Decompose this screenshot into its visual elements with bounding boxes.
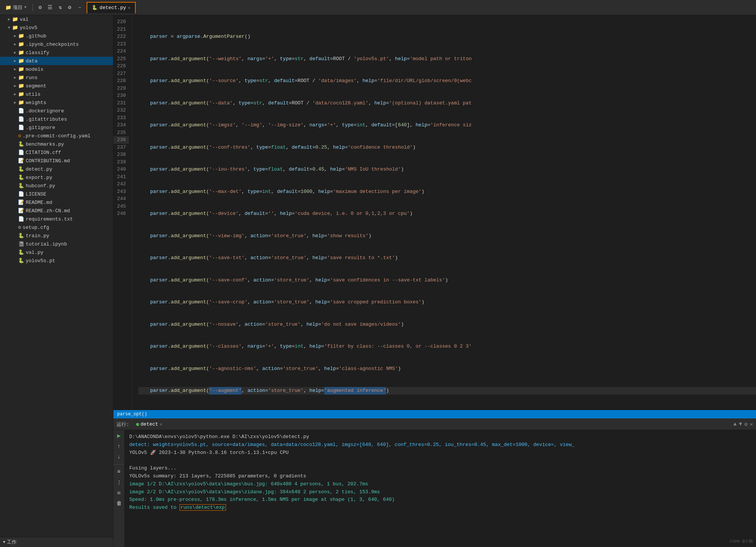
- folder-icon: 📁: [5, 5, 11, 11]
- expand-arrow: ▶: [6, 17, 12, 22]
- tab-close-button[interactable]: ✕: [128, 5, 131, 10]
- list-icon[interactable]: ⋮: [115, 478, 123, 486]
- trash-icon[interactable]: 🗑: [115, 499, 123, 508]
- tree-item-gitattributes[interactable]: ▶ 📄 .gitattributes: [0, 115, 113, 123]
- code-line-228: parser.add_argument('--device', default=…: [138, 210, 756, 218]
- expand-arrow: ▶: [12, 50, 18, 55]
- tree-item-weights[interactable]: ▶ 📁 weights: [0, 98, 113, 107]
- tree-item-readme[interactable]: ▶ 📝 README.md: [0, 198, 113, 207]
- model-file-icon: 🐍: [18, 258, 24, 264]
- tree-item-val-py[interactable]: ▶ 🐍 val.py: [0, 248, 113, 256]
- terminal-close-button[interactable]: ✕: [160, 422, 163, 427]
- expand-arrow: ▶: [12, 100, 18, 105]
- tree-item-utils[interactable]: ▶ 📁 utils: [0, 90, 113, 98]
- file-icon: 📄: [18, 116, 24, 122]
- terminal-body: ▶ ↑ ↓ ≡ ⋮ ⊡ 🗑 D:\ANACONDA\envs\yolov5\py…: [113, 430, 756, 547]
- tree-item-citation[interactable]: ▶ 📄 CITATION.cff: [0, 148, 113, 157]
- terminal-line-4: Fusing layers...: [129, 465, 751, 472]
- tree-item-models[interactable]: ▶ 📁 models: [0, 65, 113, 73]
- editor-status-bar: parse_opt(): [113, 410, 756, 418]
- tab-detect-py[interactable]: 🐍 detect.py ✕: [87, 2, 136, 13]
- terminal-scroll-up-icon[interactable]: ▲: [733, 421, 736, 427]
- folder-icon: 📁: [18, 75, 24, 81]
- settings-icon[interactable]: ⚙: [37, 3, 43, 12]
- terminal-scroll-down-icon[interactable]: ▼: [739, 421, 742, 427]
- run-label: 运行:: [116, 421, 129, 428]
- terminal-settings-icon[interactable]: ⚙: [744, 421, 747, 427]
- tree-item-license[interactable]: ▶ 📄 LICENSE: [0, 190, 113, 198]
- code-line-223: parser.add_argument('--data', type=str, …: [138, 99, 756, 107]
- code-line-227: parser.add_argument('--max-det', type=in…: [138, 188, 756, 196]
- separator: [113, 464, 124, 465]
- code-line-232: parser.add_argument('--save-crop', actio…: [138, 298, 756, 306]
- expand-arrow: ▶: [12, 67, 18, 71]
- scroll-down-button[interactable]: ↓: [115, 453, 123, 461]
- tree-item-setup[interactable]: ▶ ⚙ setup.cfg: [0, 223, 113, 232]
- minus-icon[interactable]: －: [75, 3, 84, 12]
- gear-icon[interactable]: ⚙: [66, 3, 73, 12]
- folder-icon: 📁: [18, 91, 24, 97]
- tree-item-ipynb-checkpoints[interactable]: ▶ 📁 .ipynb_checkpoints: [0, 40, 113, 48]
- code-line-236: parser.add_argument('--augment', action=…: [138, 387, 756, 395]
- current-function: parse_opt(): [117, 412, 147, 417]
- folder-icon: 📁: [12, 25, 18, 31]
- folder-icon: 📁: [18, 66, 24, 72]
- main-layout: ▶ 📁 val ▼ 📁 yolov5 ▶ 📁 .github ▶ 📁 .ipyn…: [0, 15, 756, 547]
- tree-item-data[interactable]: ▶ 📁 data: [0, 57, 113, 65]
- tree-item-detect-py[interactable]: ▶ 🐍 detect.py: [0, 165, 113, 173]
- project-selector[interactable]: 📁 项目 ▼: [3, 4, 29, 11]
- tree-item-export[interactable]: ▶ 🐍 export.py: [0, 173, 113, 182]
- top-toolbar: 📁 项目 ▼ ⚙ ☰ ⇅ ⚙ － 🐍 detect.py ✕: [0, 0, 756, 15]
- notebook-file-icon: 📓: [18, 241, 24, 247]
- tree-item-runs[interactable]: ▶ 📁 runs: [0, 73, 113, 82]
- expand-arrow: ▼: [6, 26, 12, 30]
- workbench-label: 工作: [7, 539, 17, 545]
- clear-icon[interactable]: ⊡: [115, 489, 123, 497]
- file-icon: 📄: [18, 108, 24, 114]
- sort-icon[interactable]: ⇅: [57, 3, 64, 12]
- tree-item-tutorial[interactable]: ▶ 📓 tutorial.ipynb: [0, 240, 113, 248]
- folder-icon: 📁: [18, 58, 24, 64]
- tree-item-val[interactable]: ▶ 📁 val: [0, 15, 113, 23]
- tree-item-readme-cn[interactable]: ▶ 📝 README.zh-CN.md: [0, 207, 113, 215]
- tree-item-dockerignore[interactable]: ▶ 📄 .dockerignore: [0, 107, 113, 115]
- terminal-left-icons: ▶ ↑ ↓ ≡ ⋮ ⊡ 🗑: [113, 430, 125, 547]
- file-icon: 📄: [18, 191, 24, 197]
- tree-item-benchmarks[interactable]: ▶ 🐍 benchmarks.py: [0, 140, 113, 148]
- scroll-up-button[interactable]: ↑: [115, 442, 123, 451]
- indent-icon[interactable]: ≡: [115, 468, 123, 476]
- folder-icon: 📁: [18, 99, 24, 106]
- line-numbers: 220 221 222 223 224 225 226 227 228 229 …: [113, 15, 132, 410]
- tree-item-contributing[interactable]: ▶ 📝 CONTRIBUTING.md: [0, 157, 113, 165]
- tree-item-train[interactable]: ▶ 🐍 train.py: [0, 232, 113, 240]
- tab-label: detect.py: [99, 5, 126, 11]
- separator: [33, 4, 33, 11]
- code-line-229: parser.add_argument('--view-img', action…: [138, 232, 756, 240]
- expand-arrow: ▶: [12, 92, 18, 96]
- folder-icon: 📁: [18, 83, 24, 89]
- tree-item-yolov5s-pt[interactable]: ▶ 🐍 yolov5s.pt: [0, 256, 113, 265]
- terminal-close-icon[interactable]: ✕: [750, 421, 753, 427]
- code-line-233: parser.add_argument('--nosave', action='…: [138, 321, 756, 328]
- md-file-icon: 📝: [18, 208, 24, 214]
- tree-item-hubconf[interactable]: ▶ 🐍 hubconf.py: [0, 182, 113, 190]
- code-lines[interactable]: parser = argparse.ArgumentParser() parse…: [132, 15, 756, 410]
- python-file-icon: 🐍: [18, 183, 24, 189]
- run-button[interactable]: ▶: [115, 432, 123, 440]
- terminal-line-5: YOLOv5s summary: 213 layers, 7225885 par…: [129, 472, 751, 480]
- terminal-tab-detect[interactable]: detect ✕: [132, 421, 166, 428]
- tree-item-github[interactable]: ▶ 📁 .github: [0, 32, 113, 40]
- code-line-222: parser.add_argument('--source', type=str…: [138, 77, 756, 85]
- sidebar: ▶ 📁 val ▼ 📁 yolov5 ▶ 📁 .github ▶ 📁 .ipyn…: [0, 15, 113, 547]
- tree-item-segment[interactable]: ▶ 📁 segment: [0, 82, 113, 90]
- tree-item-classify[interactable]: ▶ 📁 classify: [0, 48, 113, 57]
- tree-item-requirements[interactable]: ▶ 📄 requirements.txt: [0, 215, 113, 223]
- tree-item-gitignore[interactable]: ▶ 📄 .gitignore: [0, 123, 113, 132]
- code-editor: 220 221 222 223 224 225 226 227 228 229 …: [113, 15, 756, 418]
- code-line-235: parser.add_argument('--agnostic-nms', ac…: [138, 365, 756, 373]
- tree-item-yolov5[interactable]: ▼ 📁 yolov5: [0, 23, 113, 32]
- list-icon[interactable]: ☰: [46, 3, 54, 12]
- dropdown-arrow: ▼: [24, 5, 26, 9]
- tree-item-precommit[interactable]: ▶ ⚙ .pre-commit-config.yaml: [0, 132, 113, 140]
- terminal-line-2: detect: weights=yolov5s.pt, source=data/…: [129, 441, 751, 449]
